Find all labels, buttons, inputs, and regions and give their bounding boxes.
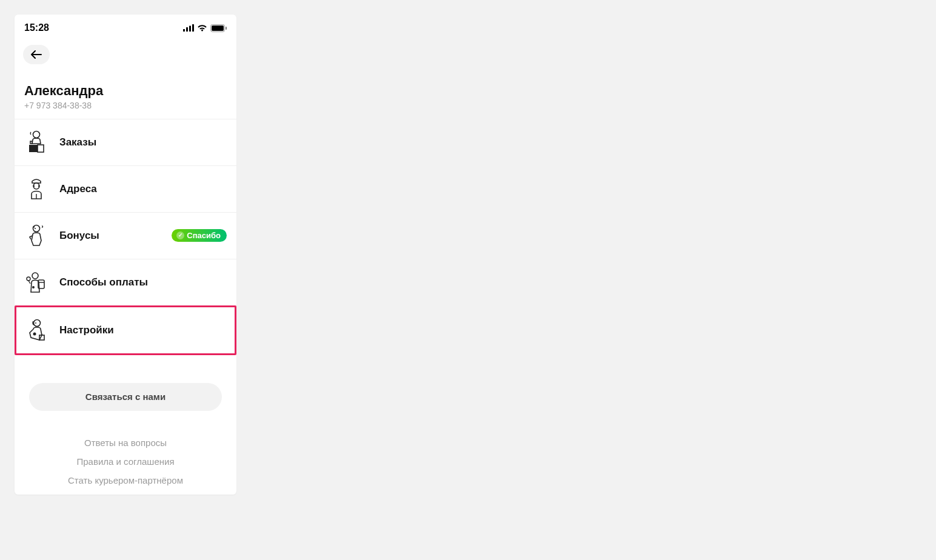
contact-us-button[interactable]: Связаться с нами: [29, 383, 222, 411]
svg-point-14: [33, 225, 40, 232]
payment-methods-icon: [24, 269, 48, 296]
profile-name: Александра: [24, 82, 227, 99]
battery-icon: [210, 24, 227, 32]
settings-icon: [24, 317, 48, 344]
status-icons: [183, 24, 227, 32]
svg-rect-5: [212, 25, 224, 31]
arrow-left-icon: [31, 50, 42, 59]
svg-point-21: [32, 286, 35, 288]
menu-item-payment-methods[interactable]: Способы оплаты: [15, 259, 236, 306]
svg-point-16: [32, 273, 38, 279]
profile-section: Александра +7 973 384-38-38: [15, 64, 236, 119]
svg-rect-3: [192, 24, 194, 32]
cellular-signal-icon: [183, 24, 194, 32]
svg-point-7: [33, 131, 40, 138]
svg-point-26: [35, 322, 36, 324]
status-bar: 15:28: [15, 15, 236, 41]
bonus-badge: ✓ Спасибо: [172, 229, 227, 242]
orders-icon: [24, 129, 48, 156]
menu-item-label: Адреса: [59, 183, 227, 195]
svg-rect-6: [226, 27, 227, 30]
check-icon: ✓: [176, 232, 184, 239]
svg-point-19: [27, 277, 30, 281]
addresses-icon: [24, 176, 48, 202]
footer-links: Ответы на вопросы Правила и соглашения С…: [15, 438, 236, 485]
svg-rect-8: [29, 145, 38, 152]
link-faq[interactable]: Ответы на вопросы: [84, 438, 167, 448]
svg-rect-2: [189, 26, 191, 32]
svg-point-12: [33, 185, 35, 186]
menu-item-label: Заказы: [59, 136, 227, 148]
menu-item-orders[interactable]: Заказы: [15, 119, 236, 166]
link-rules[interactable]: Правила и соглашения: [76, 456, 174, 467]
phone-frame: 15:28 Александра +7 973 384-38-38: [15, 15, 236, 495]
svg-point-23: [33, 332, 36, 335]
header: [15, 41, 236, 64]
svg-point-22: [34, 319, 41, 326]
menu-item-label: Способы оплаты: [59, 276, 227, 288]
menu-item-addresses[interactable]: Адреса: [15, 166, 236, 213]
menu-item-label: Бонусы: [59, 230, 161, 242]
profile-phone: +7 973 384-38-38: [24, 101, 227, 110]
wifi-icon: [197, 24, 207, 32]
menu-item-label: Настройки: [59, 324, 227, 336]
bonuses-icon: [24, 222, 48, 249]
svg-rect-0: [183, 29, 185, 32]
back-button[interactable]: [23, 45, 50, 64]
actions: Связаться с нами: [15, 383, 236, 411]
svg-point-15: [35, 228, 36, 229]
svg-rect-9: [38, 145, 44, 152]
status-time: 15:28: [24, 22, 49, 33]
svg-rect-1: [186, 27, 188, 32]
svg-line-20: [28, 281, 30, 284]
svg-point-13: [38, 185, 39, 186]
badge-label: Спасибо: [187, 231, 221, 240]
menu: Заказы Адреса: [15, 119, 236, 355]
link-become-courier[interactable]: Стать курьером-партнёром: [68, 475, 183, 485]
menu-item-bonuses[interactable]: Бонусы ✓ Спасибо: [15, 213, 236, 259]
menu-item-settings[interactable]: Настройки: [15, 305, 236, 355]
